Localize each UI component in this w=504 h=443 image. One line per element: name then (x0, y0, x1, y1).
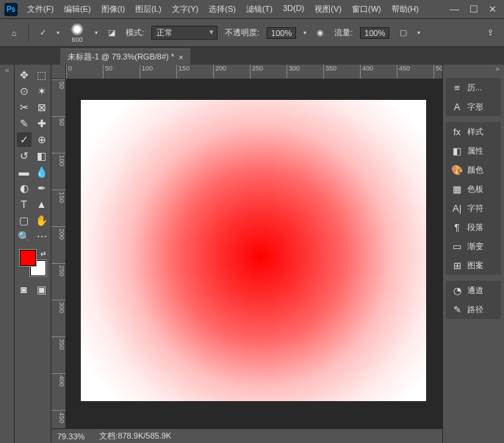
quickmask-tool[interactable]: ◙ (17, 282, 32, 297)
history-brush-tool[interactable]: ↺ (17, 148, 32, 163)
panel-item[interactable]: ◔通道 (446, 281, 501, 300)
edit-toolbar[interactable]: ⋯ (35, 229, 49, 244)
shape-tool[interactable]: ▢ (17, 213, 32, 228)
panel-group-2: fx样式◧属性🎨颜色▦色板A|字符¶段落▭渐变⊞图案 (446, 122, 501, 275)
pen-tool[interactable]: ✒ (35, 181, 49, 195)
horizontal-ruler[interactable]: 0501001502002503003504004505005506 (66, 65, 442, 79)
panel-icon: ▦ (451, 183, 463, 195)
panel-item[interactable]: ▭渐变 (446, 237, 501, 256)
menu-help[interactable]: 帮助(H) (388, 2, 422, 16)
canvas-content (81, 100, 426, 401)
frame-tool[interactable]: ⊠ (35, 100, 49, 115)
ruler-tick: 50 (51, 116, 65, 153)
color-swatches[interactable]: ⇄ (20, 250, 46, 276)
crop-tool[interactable]: ✂ (17, 100, 32, 115)
ruler-tick: 200 (51, 226, 65, 263)
menu-window[interactable]: 窗口(W) (348, 2, 385, 16)
window-controls: — ☐ ✕ (450, 4, 500, 15)
brush-preset-picker[interactable]: 600 (67, 23, 87, 43)
panel-item[interactable]: ≡历... (446, 78, 501, 97)
menu-filter[interactable]: 滤镜(T) (242, 2, 276, 16)
tab-title: 未标题-1 @ 79.3%(RGB/8#) * (68, 51, 174, 62)
ruler-tick: 350 (51, 336, 65, 373)
ruler-tick: 350 (323, 65, 360, 79)
opacity-input[interactable]: 100% (267, 27, 296, 39)
menu-type[interactable]: 文字(Y) (168, 2, 203, 16)
panel-item[interactable]: ⊞图案 (446, 256, 501, 275)
maximize-button[interactable]: ☐ (469, 4, 478, 15)
eraser-tool[interactable]: ◧ (35, 148, 49, 163)
doc-info[interactable]: 文档:878.9K/585.9K (99, 431, 171, 442)
panel-icon: fx (451, 126, 463, 137)
blend-mode-select[interactable]: 正常 (151, 26, 217, 40)
brush-tool[interactable]: ✓ (17, 132, 32, 147)
ruler-tick: 150 (51, 190, 65, 226)
vertical-ruler[interactable]: 5050100150200250300350400450500550 (51, 79, 66, 428)
flow-input[interactable]: 100% (360, 27, 389, 39)
panel-group-1: ≡历...A字形 (446, 78, 501, 116)
zoom-tool[interactable]: 🔍 (17, 229, 32, 244)
foreground-color[interactable] (20, 250, 36, 266)
mode-label: 模式: (126, 27, 144, 38)
canvas-area: 0501001502002503003504004505005506 50501… (51, 65, 442, 443)
panel-item[interactable]: ✎路径 (446, 300, 501, 319)
panel-item[interactable]: A|字符 (446, 198, 501, 217)
separator (28, 24, 29, 42)
panel-label: 历... (467, 82, 482, 93)
ruler-tick: 100 (140, 65, 176, 79)
dodge-tool[interactable]: ◐ (17, 181, 32, 195)
stamp-tool[interactable]: ⊕ (35, 132, 49, 147)
lasso-tool[interactable]: ⊙ (17, 84, 32, 98)
panel-item[interactable]: fx样式 (446, 122, 501, 141)
menu-image[interactable]: 图像(I) (98, 2, 129, 16)
brush-settings-icon[interactable]: ◪ (105, 26, 118, 40)
opacity-label: 不透明度: (225, 27, 259, 38)
type-tool[interactable]: T (17, 197, 32, 212)
quick-select-tool[interactable]: ✶ (35, 84, 49, 98)
menu-3d[interactable]: 3D(D) (279, 2, 308, 16)
eyedropper-tool[interactable]: ✎ (17, 116, 32, 131)
tab-close-icon[interactable]: × (179, 53, 183, 62)
minimize-button[interactable]: — (450, 4, 459, 15)
panel-item[interactable]: ▦色板 (446, 179, 501, 198)
airbrush-icon[interactable]: ▢ (397, 26, 410, 40)
panel-item[interactable]: ¶段落 (446, 217, 501, 237)
panel-item[interactable]: A字形 (446, 97, 501, 116)
pressure-opacity-icon[interactable]: ◉ (314, 26, 327, 40)
ruler-tick: 450 (51, 410, 65, 428)
panel-item[interactable]: ◧属性 (446, 141, 501, 160)
document-canvas[interactable] (81, 100, 426, 401)
menu-view[interactable]: 视图(V) (311, 2, 345, 16)
move-tool[interactable]: ✥ (17, 68, 32, 82)
ruler-origin[interactable] (51, 65, 66, 79)
path-select-tool[interactable]: ▲ (35, 197, 49, 212)
menu-layer[interactable]: 图层(L) (132, 2, 165, 16)
panel-icon: ✎ (451, 303, 463, 315)
blur-tool[interactable]: 💧 (35, 165, 49, 179)
swap-colors-icon[interactable]: ⇄ (40, 250, 46, 257)
panel-collapse-handle[interactable]: » (443, 65, 504, 75)
panel-icon: 🎨 (451, 164, 463, 176)
panel-group-3: ◔通道✎路径 (446, 281, 501, 319)
share-icon[interactable]: ⇪ (483, 26, 497, 40)
panel-icon: ▭ (451, 240, 463, 252)
menu-file[interactable]: 文件(F) (24, 2, 57, 16)
marquee-tool[interactable]: ⬚ (35, 68, 49, 82)
brush-tool-icon[interactable]: ✓ (36, 26, 49, 40)
ruler-tick: 300 (51, 300, 65, 336)
document-tab[interactable]: 未标题-1 @ 79.3%(RGB/8#) * × (60, 48, 190, 65)
menu-edit[interactable]: 编辑(E) (60, 2, 95, 16)
hand-tool[interactable]: ✋ (35, 213, 49, 228)
panel-icon: ◔ (451, 284, 463, 296)
gradient-tool[interactable]: ▬ (17, 165, 32, 179)
healing-tool[interactable]: ✚ (35, 116, 49, 131)
menu-select[interactable]: 选择(S) (205, 2, 240, 16)
home-icon[interactable]: ⌂ (7, 26, 21, 40)
left-collapse-handle[interactable]: « (0, 65, 15, 443)
brush-preview-icon (71, 23, 84, 36)
close-button[interactable]: ✕ (489, 4, 497, 15)
screenmode-tool[interactable]: ▣ (35, 282, 49, 297)
panel-item[interactable]: 🎨颜色 (446, 160, 501, 179)
zoom-level[interactable]: 79.33% (57, 432, 84, 441)
panel-label: 通道 (467, 285, 483, 296)
